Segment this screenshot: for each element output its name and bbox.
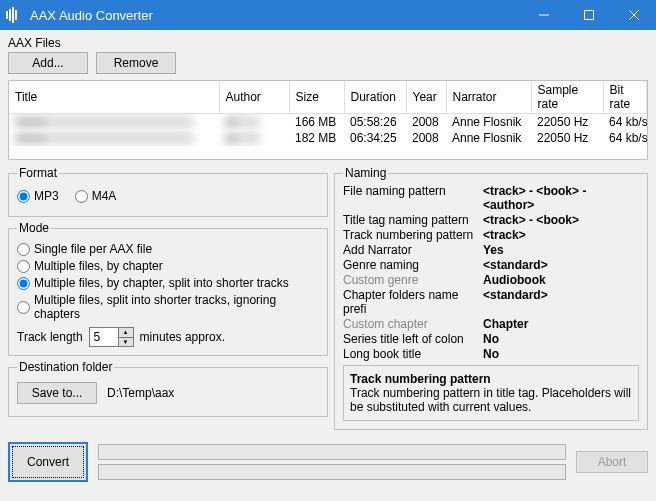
hint-body: Track numbering pattern in title tag. Pl… — [350, 386, 632, 414]
naming-key: Series title left of colon — [343, 332, 483, 346]
naming-key: Add Narrator — [343, 243, 483, 257]
col-duration[interactable]: Duration — [344, 81, 406, 114]
close-button[interactable] — [611, 0, 656, 30]
naming-key: File naming pattern — [343, 184, 483, 212]
add-button[interactable]: Add... — [8, 52, 88, 74]
format-label: Format — [17, 166, 59, 180]
naming-value: Audiobook — [483, 273, 639, 287]
minimize-button[interactable] — [521, 0, 566, 30]
naming-key: Custom chapter — [343, 317, 483, 331]
mode-single[interactable]: Single file per AAX file — [17, 242, 319, 256]
aax-files-label: AAX Files — [8, 36, 648, 50]
destination-path: D:\Temp\aax — [107, 386, 174, 400]
progress-bar-1 — [98, 444, 566, 460]
destination-group: Destination folder Save to... D:\Temp\aa… — [8, 360, 328, 417]
tracklen-input[interactable] — [90, 328, 118, 346]
files-table[interactable]: Title Author Size Duration Year Narrator… — [8, 80, 648, 160]
format-m4a[interactable]: M4A — [75, 189, 117, 203]
spin-up-icon[interactable]: ▲ — [118, 328, 133, 338]
col-author[interactable]: Author — [219, 81, 289, 114]
maximize-button[interactable] — [566, 0, 611, 30]
naming-value: Yes — [483, 243, 639, 257]
naming-key: Chapter folders name prefi — [343, 288, 483, 316]
naming-value: <standard> — [483, 288, 639, 316]
naming-grid[interactable]: File naming pattern<track> - <book> - <a… — [343, 184, 639, 361]
mode-label: Mode — [17, 221, 51, 235]
mode-split-ignore[interactable]: Multiple files, split into shorter track… — [17, 293, 319, 321]
naming-key: Long book title — [343, 347, 483, 361]
naming-value: <track> - <book> — [483, 213, 639, 227]
col-year[interactable]: Year — [406, 81, 446, 114]
col-sample[interactable]: Sample rate — [531, 81, 603, 114]
titlebar: AAX Audio Converter — [0, 0, 656, 30]
saveto-button[interactable]: Save to... — [17, 382, 97, 404]
remove-button[interactable]: Remove — [96, 52, 176, 74]
naming-key: Title tag naming pattern — [343, 213, 483, 227]
tracklen-spinner[interactable]: ▲▼ — [89, 327, 134, 347]
naming-value: Chapter — [483, 317, 639, 331]
mode-group: Mode Single file per AAX file Multiple f… — [8, 221, 328, 356]
hint-title: Track numbering pattern — [350, 372, 632, 386]
progress-bar-2 — [98, 464, 566, 480]
naming-value: No — [483, 332, 639, 346]
convert-button[interactable]: Convert — [8, 442, 88, 482]
naming-hint: Track numbering pattern Track numbering … — [343, 365, 639, 421]
col-bitrate[interactable]: Bit rate — [603, 81, 647, 114]
naming-value: <track> - <book> - <author> — [483, 184, 639, 212]
tracklen-suffix: minutes approx. — [140, 330, 225, 344]
naming-key: Genre naming — [343, 258, 483, 272]
spin-down-icon[interactable]: ▼ — [118, 338, 133, 347]
table-row[interactable]: xxxxxxx182 MB06:34:252008Anne Flosnik220… — [9, 130, 647, 146]
tracklen-label: Track length — [17, 330, 83, 344]
format-group: Format MP3 M4A — [8, 166, 328, 217]
naming-value: <track> — [483, 228, 639, 242]
naming-label: Naming — [343, 166, 388, 180]
naming-key: Custom genre — [343, 273, 483, 287]
mode-chapter[interactable]: Multiple files, by chapter — [17, 259, 319, 273]
abort-button[interactable]: Abort — [576, 451, 648, 473]
naming-key: Track numbering pattern — [343, 228, 483, 242]
format-mp3[interactable]: MP3 — [17, 189, 59, 203]
table-row[interactable]: xxxxxxx166 MB05:58:262008Anne Flosnik220… — [9, 114, 647, 131]
naming-value: <standard> — [483, 258, 639, 272]
col-size[interactable]: Size — [289, 81, 344, 114]
svg-rect-1 — [584, 11, 593, 20]
col-title[interactable]: Title — [9, 81, 219, 114]
naming-group: Naming File naming pattern<track> - <boo… — [334, 166, 648, 430]
destination-label: Destination folder — [17, 360, 114, 374]
col-narrator[interactable]: Narrator — [446, 81, 531, 114]
mode-chapter-split[interactable]: Multiple files, by chapter, split into s… — [17, 276, 319, 290]
app-icon — [6, 7, 24, 23]
window-title: AAX Audio Converter — [30, 8, 521, 23]
naming-value: No — [483, 347, 639, 361]
